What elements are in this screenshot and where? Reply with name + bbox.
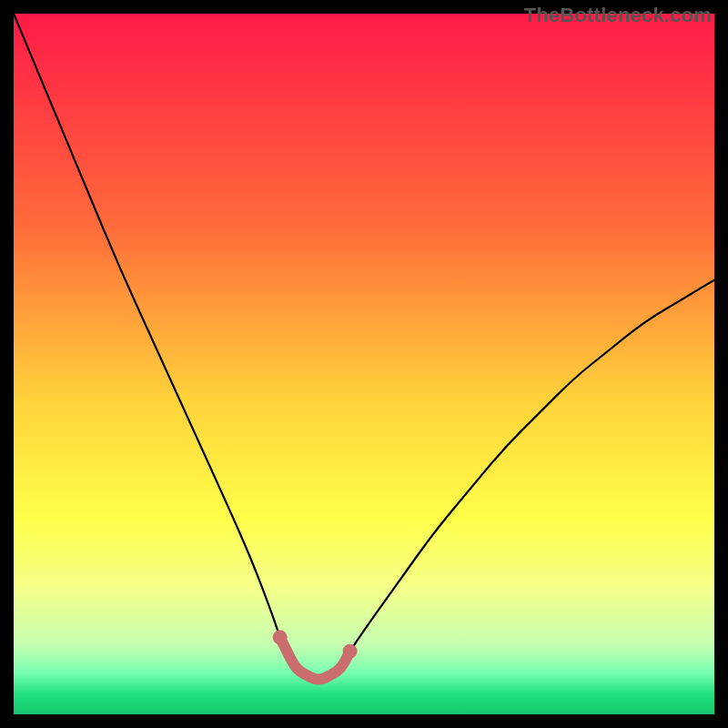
- highlight-endpoint: [343, 644, 358, 659]
- chart-frame: TheBottleneck.com: [0, 0, 728, 728]
- plot-background: [14, 14, 714, 714]
- highlight-endpoint: [273, 630, 288, 644]
- bottleneck-plot: [14, 14, 714, 714]
